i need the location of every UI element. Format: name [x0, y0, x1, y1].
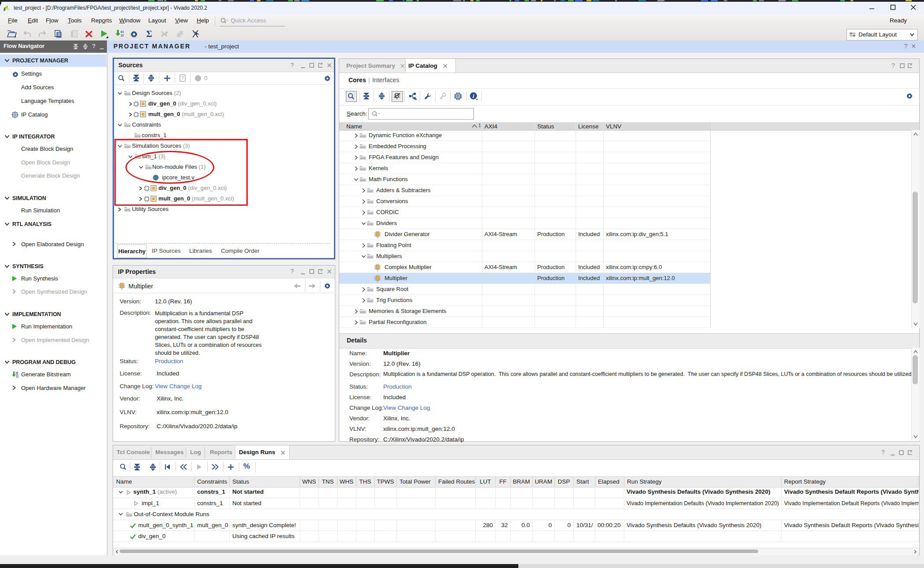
svg-text:Σ: Σ: [146, 29, 152, 39]
svg-text:10: 10: [121, 34, 124, 37]
svg-text:01: 01: [121, 30, 124, 33]
svg-text:?: ?: [181, 76, 184, 80]
